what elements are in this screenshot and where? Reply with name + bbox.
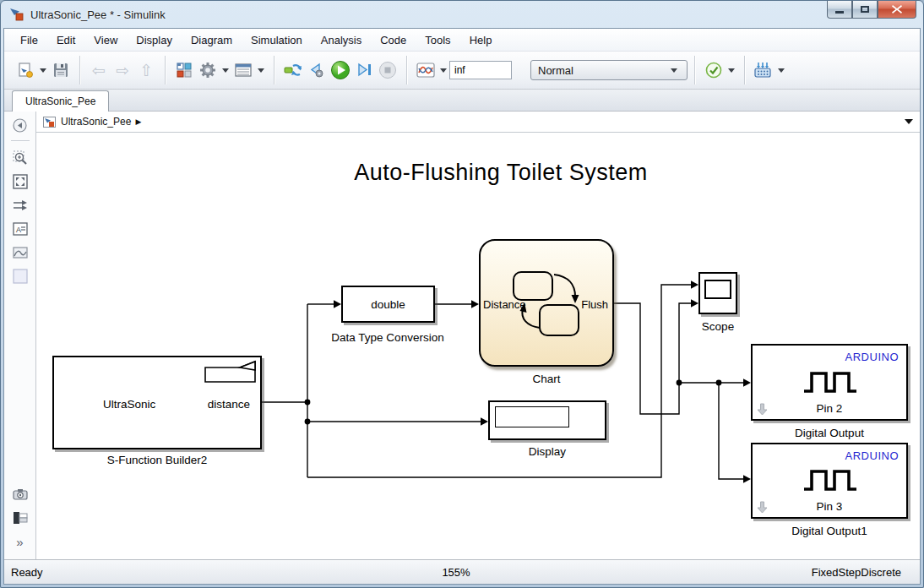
diagram-title-annotation[interactable]: Auto-Flushing Toilet System [342,160,660,186]
dtc-text: double [371,298,405,311]
zoom-region-icon [13,150,28,166]
status-ready: Ready [11,566,442,579]
fit-to-view-button[interactable] [9,171,31,193]
menu-view[interactable]: View [84,30,127,50]
sfunction-block-label[interactable]: S-Function Builder2 [52,454,262,466]
model-explorer-dropdown[interactable] [258,68,264,73]
simulink-logo-icon [9,8,24,21]
model-advisor-dropdown[interactable] [728,68,735,73]
close-button[interactable] [878,1,916,19]
stateflow-chart-block[interactable]: Distance Flush [479,239,614,367]
new-model-dropdown[interactable] [40,68,46,73]
document-icon [204,360,257,384]
more-tools-button[interactable]: » [9,531,31,553]
update-diagram-button[interactable] [282,58,304,82]
tab-ultrasonic-pee[interactable]: UltraSonic_Pee [12,90,109,112]
more-tools-icon: » [16,535,23,549]
arduino-brand-1: ARDUINO [845,351,899,363]
hardware-download-icon [757,403,768,416]
step-forward-icon [356,63,372,78]
model-canvas[interactable]: Auto-Flushing Toilet System [36,133,920,559]
digital-output1-block-label[interactable]: Digital Output1 [751,525,908,537]
image-button[interactable] [9,242,31,264]
minimize-button[interactable] [827,1,852,19]
deploy-to-hardware-icon [754,62,773,79]
menu-display[interactable]: Display [127,30,182,50]
update-diagram-icon [284,63,302,78]
back-icon: ⇦ [92,63,106,79]
digital-output1-block[interactable]: ARDUINO Pin 3 [751,443,908,519]
breadcrumb-bar: UltraSonic_Pee ▶ [36,112,920,133]
back-circle-icon [13,118,27,133]
menu-simulation[interactable]: Simulation [242,30,312,50]
deploy-to-hardware-dropdown[interactable] [778,68,785,73]
deploy-to-hardware-button[interactable] [753,58,775,82]
display-value-field [495,406,569,427]
save-button[interactable] [50,58,72,82]
library-browser-button[interactable] [173,58,195,82]
up-icon: ⇧ [139,63,153,79]
navigate-back-button[interactable]: ⇦ [88,58,110,82]
scope-block[interactable] [698,272,737,314]
breadcrumb-caret-icon: ▶ [135,117,141,126]
model-browser-button[interactable] [9,507,31,529]
display-block[interactable] [488,400,606,440]
data-type-conversion-block[interactable]: double [341,286,435,323]
step-forward-button[interactable] [353,58,375,82]
data-inspector-dropdown[interactable] [440,68,447,73]
digital-output-block-label[interactable]: Digital Output [751,427,908,439]
chart-block-label[interactable]: Chart [479,373,614,385]
new-model-button[interactable] [14,58,36,82]
step-back-button[interactable] [306,58,328,82]
zoom-region-button[interactable] [9,147,31,169]
navigate-forward-button[interactable]: ⇨ [111,58,133,82]
menu-help[interactable]: Help [460,30,502,50]
data-inspector-button[interactable] [415,58,437,82]
menu-tools[interactable]: Tools [416,30,459,50]
simulation-mode-value: Normal [538,64,573,77]
menu-file[interactable]: File [11,30,47,50]
menu-code[interactable]: Code [371,30,416,50]
settings-gear-icon [199,62,216,79]
scope-block-label[interactable]: Scope [677,320,758,333]
area-box-icon [13,269,28,284]
step-back-icon [308,63,325,78]
annotation-button[interactable]: A [9,218,31,240]
navigate-up-button[interactable]: ⇧ [135,58,157,82]
menu-diagram[interactable]: Diagram [182,30,242,50]
digital-output-block[interactable]: ARDUINO Pin 2 [751,344,908,421]
svg-text:A: A [16,226,21,234]
model-advisor-button[interactable] [703,58,725,82]
window-title: UltraSonic_Pee * - Simulink [30,8,166,21]
stop-button[interactable] [377,58,399,82]
simulation-mode-select[interactable]: Normal [530,60,688,80]
close-icon [892,5,902,14]
simulink-window: UltraSonic_Pee * - Simulink File Edit Vi… [0,0,924,588]
signal-routing-icon [13,199,28,211]
title-bar[interactable]: UltraSonic_Pee * - Simulink [1,1,923,28]
tab-bar: UltraSonic_Pee [4,90,920,112]
menu-bar: File Edit View Display Diagram Simulatio… [4,29,920,52]
run-button[interactable] [329,58,351,82]
forward-icon: ⇨ [116,63,129,79]
hardware-download-icon [757,501,768,514]
menu-edit[interactable]: Edit [47,30,84,50]
dtc-block-label[interactable]: Data Type Conversion [320,331,455,344]
area-box-button[interactable] [9,265,31,287]
hide-browser-button[interactable] [9,114,31,136]
signal-routing-button[interactable] [9,194,31,216]
model-settings-dropdown[interactable] [222,68,229,73]
image-icon [13,247,28,259]
model-settings-button[interactable] [197,58,219,82]
model-explorer-button[interactable] [232,58,254,82]
breadcrumb-dropdown[interactable] [905,119,913,124]
breadcrumb-model-name[interactable]: UltraSonic_Pee [61,116,131,128]
sfunction-builder-block[interactable]: UltraSonic distance [52,356,262,449]
display-block-label[interactable]: Display [488,445,606,458]
maximize-button[interactable] [852,1,878,19]
scope-screen [704,280,731,299]
menu-analysis[interactable]: Analysis [312,30,371,50]
check-icon [705,62,722,79]
screenshot-button[interactable] [9,483,31,505]
stop-time-input[interactable] [449,61,512,79]
